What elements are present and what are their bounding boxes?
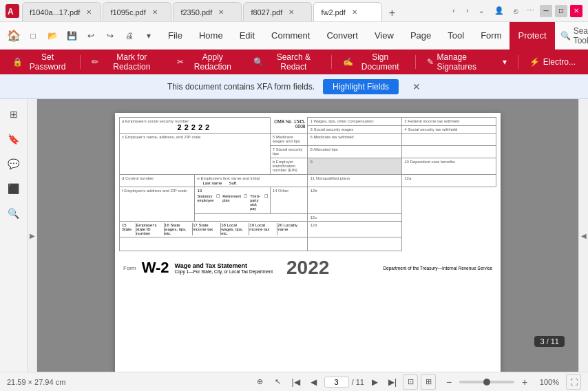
toolbar-divider-2 [331, 55, 332, 69]
last-page-button[interactable]: ▶| [385, 374, 400, 390]
r9-label: 9 [310, 160, 399, 164]
r6-label: 6 Medicare tax withheld [310, 135, 399, 139]
maximize-button[interactable]: □ [555, 5, 567, 17]
sign-icon: ✍ [343, 57, 353, 67]
fit-page-button[interactable]: ⊡ [403, 374, 418, 390]
r2-label: 2 Federal income tax withheld [404, 119, 494, 123]
footer-form-name: W-2 [142, 259, 169, 277]
menu-file-area: 🏠 □ 📂 💾 ↩ ↪ 🖨 ▾ [6, 28, 157, 44]
apply-redaction-label: Apply Redaction [187, 52, 238, 72]
r13-sub2: Retirement plan [222, 194, 241, 211]
app-icon: A [6, 4, 19, 18]
tab-close-1[interactable]: ✕ [84, 8, 94, 17]
menu-comment[interactable]: Comment [263, 22, 318, 50]
tab-nav-right[interactable]: › [461, 5, 474, 17]
tab-close-3[interactable]: ✕ [216, 8, 226, 17]
r13-label: 13 [197, 189, 267, 193]
set-password-button[interactable]: 🔒 Set Password [6, 50, 76, 74]
tab-5[interactable]: fw2.pdf ✕ [313, 2, 382, 21]
tab-close-4[interactable]: ✕ [286, 8, 296, 17]
document-area[interactable]: a Employee's social security number 2222… [37, 99, 578, 372]
close-button[interactable]: ✕ [570, 5, 582, 17]
prev-page-button[interactable]: ◀ [306, 374, 322, 390]
comments-sidebar-icon[interactable]: 💬 [4, 154, 23, 173]
zoom-in-button[interactable]: + [518, 376, 531, 388]
menu-protect[interactable]: Protect [510, 22, 554, 50]
electro-button[interactable]: ⚡ Electro... [523, 54, 582, 70]
apply-redaction-button[interactable]: ✂ Apply Redaction [170, 50, 245, 74]
tab-close-5[interactable]: ✕ [350, 8, 359, 17]
field-f-label: f Employee's address and ZIP code [122, 189, 192, 193]
mark-redaction-button[interactable]: ✏ Mark for Redaction [85, 50, 169, 74]
f1-label: 15 State [122, 223, 136, 235]
pages-sidebar-icon[interactable]: ⊞ [4, 105, 23, 124]
zoom-out-button[interactable]: − [443, 376, 455, 388]
redo-icon[interactable]: ↪ [102, 28, 118, 44]
tab-4[interactable]: f8027.pdf ✕ [243, 2, 312, 21]
right-panel-toggle[interactable]: ◀ [578, 99, 588, 372]
toolbar-divider-4 [518, 55, 518, 69]
mark-redaction-label: Mark for Redaction [102, 52, 162, 72]
dimensions-label: 21.59 × 27.94 cm [7, 378, 246, 386]
user-icon[interactable]: 👤 [490, 6, 508, 15]
overflow-icon[interactable]: ⋯ [524, 6, 537, 15]
search-tools-button[interactable]: 🔍 Search Tools [555, 23, 588, 48]
save-icon[interactable]: 💾 [63, 28, 80, 44]
zoom-thumb [483, 379, 490, 385]
field-d-label: d Control number [122, 176, 192, 180]
field-c-label: c Employer's name, address, and ZIP code [122, 135, 268, 139]
tab-nav-left[interactable]: ‹ [448, 5, 460, 17]
f7-label: 20 Locality name [277, 223, 305, 235]
tab-close-2[interactable]: ✕ [150, 8, 160, 17]
xfa-close-icon[interactable]: ✕ [412, 81, 421, 92]
menu-form[interactable]: Form [472, 22, 510, 50]
tab-list[interactable]: ⌄ [475, 5, 487, 17]
f3-label: 16 State wages, tips, etc. [165, 223, 193, 235]
xfa-message: This document contains XFA form fields. [167, 82, 315, 92]
tab-2[interactable]: f1095c.pdf ✕ [103, 2, 171, 21]
f2-label: Employer's state ID number [136, 223, 165, 235]
page-input[interactable] [324, 377, 349, 388]
next-page-button[interactable]: ▶ [367, 374, 382, 390]
cursor-tool[interactable]: ⊕ [253, 374, 268, 390]
menu-page[interactable]: Page [402, 22, 439, 50]
menu-home[interactable]: Home [191, 22, 231, 50]
bookmarks-sidebar-icon[interactable]: 🔖 [4, 129, 23, 149]
layers-sidebar-icon[interactable]: ⬛ [4, 179, 23, 198]
fullscreen-button[interactable]: ⛶ [566, 374, 581, 390]
open-icon[interactable]: 📂 [44, 28, 61, 44]
manage-signatures-dropdown[interactable]: ✎ Manage Signatures ▾ [420, 50, 514, 74]
select-tool[interactable]: ↖ [271, 374, 286, 390]
menu-view[interactable]: View [366, 22, 402, 50]
home-icon[interactable]: 🏠 [6, 28, 22, 44]
print-icon[interactable]: 🖨 [121, 28, 138, 44]
menu-convert[interactable]: Convert [318, 22, 366, 50]
highlight-fields-button[interactable]: Highlight Fields [323, 79, 399, 94]
menu-file[interactable]: File [160, 22, 191, 50]
undo-icon[interactable]: ↩ [83, 28, 99, 44]
left-panel-toggle[interactable]: ▶ [28, 99, 37, 372]
tab-1[interactable]: f1040a...17.pdf ✕ [22, 2, 101, 21]
fit-width-button[interactable]: ⊞ [421, 374, 436, 390]
r13-sub1: Statutory employee [197, 194, 213, 211]
search-sidebar-icon[interactable]: 🔍 [4, 204, 23, 223]
menu-edit[interactable]: Edit [231, 22, 263, 50]
f4-label: 17 State income tax [193, 223, 221, 235]
sign-document-button[interactable]: ✍ Sign Document [336, 50, 411, 74]
tab-nav-arrows: ‹ › ⌄ [448, 5, 487, 17]
minimize-button[interactable]: ─ [540, 5, 552, 17]
main-area: ⊞ 🔖 💬 ⬛ 🔍 ▶ a Employee's social security… [0, 99, 588, 372]
omb-label: OMB No. 1545-0008 [274, 119, 305, 129]
share-icon[interactable]: ⎋ [511, 7, 521, 15]
new-icon[interactable]: □ [25, 28, 41, 44]
footer-form-label: Form [123, 265, 136, 271]
r5-label: 5 Medicare wages and tips [273, 135, 306, 143]
menu-arrow[interactable]: ▾ [140, 28, 157, 44]
r11-label: 11 Nonqualified plans [310, 176, 399, 180]
search-redact-button[interactable]: 🔍 Search & Redact [246, 50, 327, 74]
add-tab-button[interactable]: + [384, 5, 400, 21]
first-page-button[interactable]: |◀ [288, 374, 304, 390]
menu-tool[interactable]: Tool [439, 22, 472, 50]
zoom-slider[interactable] [459, 381, 514, 383]
tab-3[interactable]: f2350.pdf ✕ [173, 2, 242, 21]
